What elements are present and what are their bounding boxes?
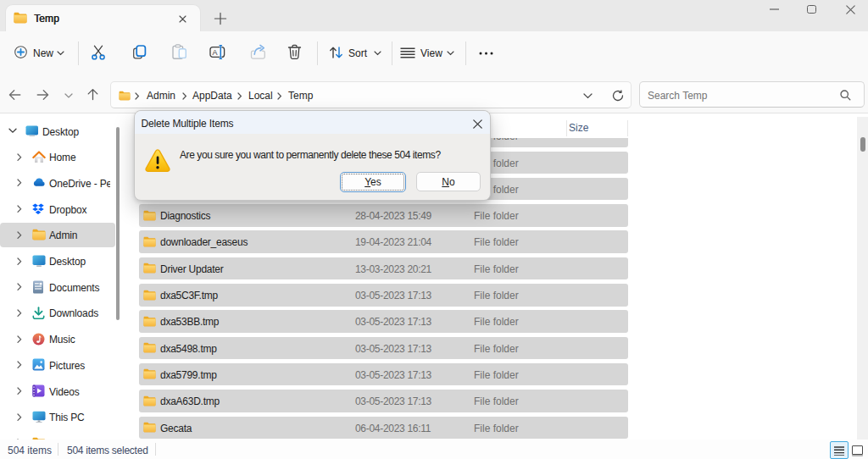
- svg-text:A: A: [212, 48, 217, 57]
